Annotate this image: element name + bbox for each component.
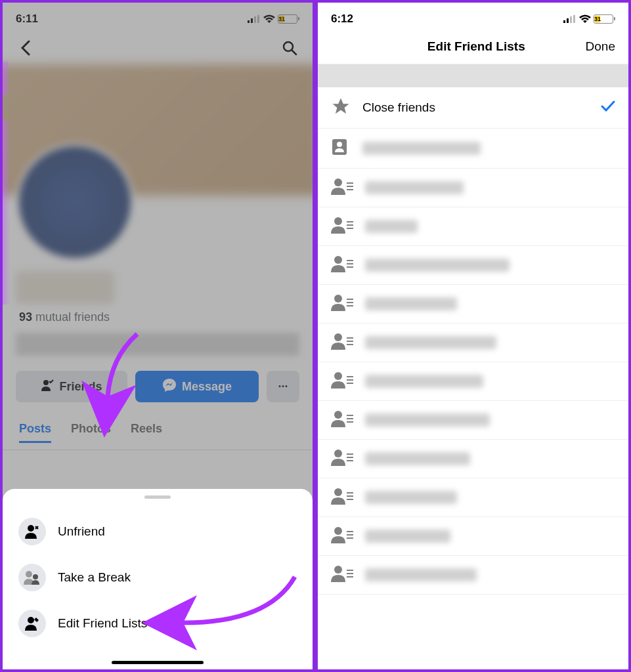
svg-rect-50: [347, 457, 353, 458]
svg-rect-57: [347, 531, 353, 532]
list-label-blurred: [365, 491, 457, 504]
list-item[interactable]: [318, 129, 628, 169]
list-item[interactable]: [318, 517, 628, 556]
status-bar: 6:11 31: [3, 3, 313, 32]
take-break-option[interactable]: Take a Break: [3, 555, 313, 600]
svg-rect-37: [347, 337, 353, 339]
edit-lists-icon: [18, 610, 46, 637]
message-label: Message: [182, 380, 232, 394]
svg-rect-63: [347, 576, 353, 578]
done-button[interactable]: Done: [586, 39, 615, 54]
list-label-blurred: [365, 259, 510, 272]
battery-indicator: 31: [278, 14, 299, 24]
home-indicator[interactable]: [112, 661, 204, 664]
search-button[interactable]: [280, 38, 299, 58]
sheet-handle[interactable]: [144, 495, 171, 499]
svg-point-16: [337, 142, 342, 147]
svg-point-56: [334, 527, 342, 535]
svg-point-52: [334, 488, 342, 496]
svg-rect-43: [347, 383, 353, 384]
svg-rect-31: [347, 266, 353, 268]
profile-tabs: Posts Photos Reels: [3, 412, 313, 450]
battery-indicator: 31: [594, 14, 615, 24]
list-item[interactable]: [318, 401, 628, 440]
edit-lists-label: Edit Friend Lists: [58, 616, 147, 631]
svg-rect-41: [347, 376, 353, 377]
svg-point-32: [334, 295, 342, 303]
person-list-icon: [331, 138, 351, 159]
list-label-blurred: [362, 142, 481, 155]
cell-signal-icon: [563, 15, 577, 23]
nav-title: Edit Friend Lists: [427, 39, 525, 54]
person-list-icon: [331, 294, 353, 314]
person-list-icon: [331, 371, 353, 391]
svg-rect-25: [347, 221, 353, 222]
avatar-area: [3, 143, 313, 261]
edit-lists-screen: 6:12 31 Edit Friend Lists Done Close fri…: [315, 0, 631, 672]
tab-posts[interactable]: Posts: [19, 422, 51, 443]
list-label-blurred: [365, 181, 464, 194]
unfriend-label: Unfriend: [58, 524, 105, 539]
svg-point-7: [28, 525, 34, 532]
svg-point-20: [334, 178, 342, 186]
person-list-icon: [331, 488, 353, 507]
svg-point-60: [334, 566, 342, 574]
svg-point-44: [334, 411, 342, 419]
section-separator: [318, 64, 628, 87]
list-item[interactable]: [318, 169, 628, 207]
list-label-blurred: [365, 530, 450, 543]
person-list-icon: [331, 449, 353, 469]
list-item[interactable]: [318, 440, 628, 478]
tab-photos[interactable]: Photos: [71, 422, 111, 443]
list-label-blurred: [365, 568, 477, 581]
list-item[interactable]: [318, 324, 628, 362]
svg-rect-45: [347, 415, 353, 416]
svg-rect-26: [347, 224, 353, 226]
svg-rect-12: [567, 18, 569, 23]
clock: 6:12: [331, 12, 353, 26]
svg-rect-1: [251, 18, 253, 23]
profile-avatar[interactable]: [16, 143, 134, 261]
list-item[interactable]: [318, 207, 628, 246]
tab-reels[interactable]: Reels: [131, 422, 162, 443]
svg-rect-61: [347, 570, 353, 571]
person-list-icon: [331, 217, 353, 236]
back-button[interactable]: [16, 38, 35, 58]
svg-point-48: [334, 450, 342, 457]
profile-name-blurred: [16, 271, 114, 304]
svg-rect-35: [347, 305, 353, 306]
list-item[interactable]: [318, 556, 628, 595]
friends-button[interactable]: Friends: [16, 371, 127, 402]
more-button[interactable]: ···: [267, 371, 299, 402]
svg-point-28: [334, 256, 342, 264]
action-buttons: Friends Message ···: [3, 361, 313, 412]
svg-rect-51: [347, 460, 353, 461]
edit-lists-option[interactable]: Edit Friend Lists: [3, 600, 313, 646]
svg-rect-21: [347, 182, 353, 184]
unfriend-option[interactable]: Unfriend: [3, 509, 313, 555]
person-list-icon: [331, 526, 353, 546]
message-button[interactable]: Message: [135, 371, 259, 402]
svg-rect-47: [347, 421, 353, 423]
svg-rect-0: [248, 20, 250, 23]
list-item[interactable]: [318, 362, 628, 401]
svg-rect-33: [347, 299, 353, 300]
svg-rect-54: [347, 495, 353, 497]
mutual-friends[interactable]: 93 mutual friends: [3, 307, 313, 327]
wifi-icon: [579, 14, 591, 23]
list-item[interactable]: [318, 285, 628, 324]
list-item[interactable]: [318, 478, 628, 517]
svg-point-24: [334, 217, 342, 225]
messenger-icon: [162, 378, 177, 396]
list-label-blurred: [365, 220, 418, 233]
friend-check-icon: [41, 379, 54, 394]
star-icon: [331, 96, 351, 119]
svg-point-6: [43, 380, 49, 385]
svg-point-9: [33, 574, 38, 579]
dots-icon: ···: [278, 380, 288, 394]
svg-rect-17: [345, 142, 347, 144]
list-close-friends[interactable]: Close friends: [318, 87, 628, 129]
svg-rect-62: [347, 573, 353, 574]
list-item[interactable]: [318, 246, 628, 285]
friends-label: Friends: [59, 380, 102, 394]
